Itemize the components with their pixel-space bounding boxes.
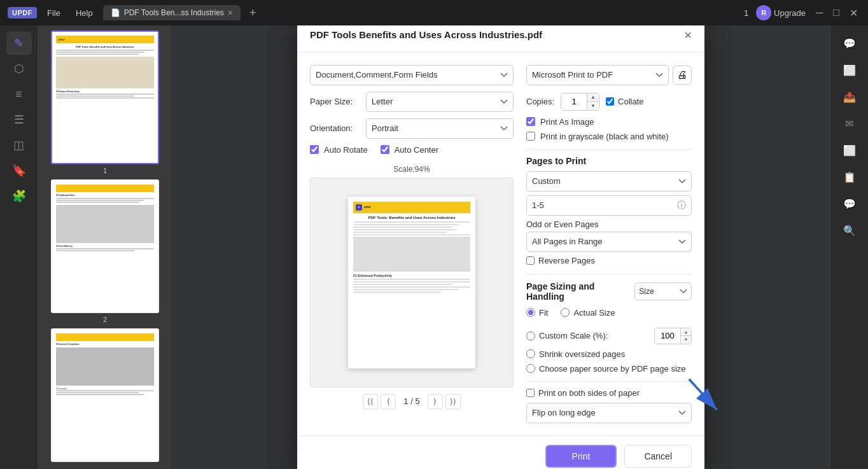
printer-settings-button[interactable]: 🖨	[673, 66, 692, 85]
upgrade-button[interactable]: R Upgrade	[756, 5, 806, 20]
thumb-label-2: 2	[103, 316, 107, 323]
right-icon-mail[interactable]: ✉	[837, 112, 862, 135]
thumbnail-panel: UPDF PDF Tools: Benefits and Uses Across…	[38, 25, 172, 469]
window-controls: ─ □ ✕	[813, 6, 860, 20]
scale-down-arrow[interactable]: ▼	[681, 336, 691, 344]
dialog-title: PDF Tools Benefits and Uses Across Indus…	[310, 29, 542, 40]
upgrade-label: Upgrade	[774, 8, 806, 18]
right-icon-share[interactable]: 📤	[837, 85, 862, 108]
sidebar-icon-shape[interactable]: ⬡	[6, 57, 32, 80]
right-icon-chat[interactable]: 💬	[837, 192, 862, 215]
thumbnail-2[interactable]: 02 Collaborate Better 03 Cost Efficiency…	[43, 179, 167, 323]
print-both-sides-section: Print on both sides of paper Flip on lon…	[526, 388, 692, 432]
flip-select[interactable]: Flip on long edge	[526, 403, 692, 423]
sizing-select[interactable]: Size	[634, 283, 692, 300]
shrink-label: Shrink oversized pages	[539, 349, 625, 359]
collate-label: Collate	[606, 97, 643, 106]
next-page-button[interactable]: ⟩	[428, 394, 443, 409]
shrink-radio[interactable]	[526, 349, 535, 358]
page-info: 1 / 5	[398, 396, 424, 406]
prev-page-button[interactable]: ⟨	[381, 394, 396, 409]
content-type-select[interactable]: Document,Comment,Form Fields	[310, 65, 514, 85]
tab-close-icon[interactable]: ×	[228, 8, 233, 18]
dialog-overlay: PDF Tools Benefits and Uses Across Indus…	[172, 25, 830, 469]
page-range-info-icon[interactable]: ⓘ	[672, 196, 691, 215]
collate-checkbox[interactable]	[606, 97, 614, 106]
cancel-button[interactable]: Cancel	[624, 445, 692, 468]
dialog-right-col: Microsoft Print to PDF 🖨 Copies:	[526, 65, 692, 432]
tab-label: PDF Tools Ben...ss Industries	[124, 8, 224, 17]
sidebar-icon-menu[interactable]: ☰	[6, 108, 32, 131]
sidebar-icon-edit[interactable]: ✎	[6, 32, 32, 55]
pages-select[interactable]: Custom	[526, 171, 692, 192]
minimize-button[interactable]: ─	[813, 6, 825, 20]
reverse-pages-label: Reverse Pages	[538, 256, 595, 265]
first-page-button[interactable]: ⟨⟨	[363, 394, 378, 409]
sidebar-icon-bookmark[interactable]: 🔖	[6, 159, 32, 182]
user-avatar: R	[756, 5, 771, 20]
page-range-row: ⓘ	[526, 195, 692, 216]
content-area: cy lead tos. Byhysicalsses canstoragee e…	[172, 25, 830, 469]
choose-paper-label: Choose paper source by PDF page size	[539, 364, 686, 374]
close-button[interactable]: ✕	[847, 6, 860, 20]
scale-input[interactable]	[655, 328, 680, 344]
paper-size-select[interactable]: Letter	[366, 92, 514, 112]
auto-center-label: Auto Center	[395, 145, 438, 155]
odd-even-label: Odd or Even Pages	[526, 220, 692, 229]
maximize-button[interactable]: □	[830, 6, 842, 20]
scale-label: Scale:94%	[310, 165, 514, 174]
dialog-header: PDF Tools Benefits and Uses Across Indus…	[297, 25, 704, 52]
auto-rotate-checkbox[interactable]	[310, 145, 319, 154]
right-panel: 💬 ⬜ 📤 ✉ ⬜ 📋 💬 🔍	[830, 25, 868, 469]
dialog-footer: Print Cancel	[297, 435, 704, 470]
last-page-button[interactable]: ⟩⟩	[445, 394, 461, 409]
actual-size-radio[interactable]	[561, 308, 570, 317]
print-as-image-checkbox[interactable]	[526, 117, 535, 126]
add-tab-button[interactable]: +	[246, 6, 260, 20]
copies-input[interactable]	[561, 94, 587, 110]
fit-radio[interactable]	[526, 308, 535, 317]
choose-paper-radio[interactable]	[526, 364, 535, 373]
dialog-close-button[interactable]: ×	[684, 29, 692, 41]
app-logo: UPDF	[8, 7, 37, 18]
print-both-sides-checkbox[interactable]	[526, 389, 535, 397]
thumbnail-3[interactable]: 05 Security & Compliance 04 Versatility	[43, 328, 167, 465]
print-button[interactable]: Print	[545, 445, 617, 468]
page-range-input[interactable]	[527, 196, 672, 215]
sidebar-icon-list[interactable]: ≡	[6, 83, 32, 106]
menu-file[interactable]: File	[42, 6, 66, 20]
right-icon-clipboard[interactable]: 📋	[837, 165, 862, 188]
print-as-image-row: Print As Image	[526, 117, 692, 127]
dialog-body: Document,Comment,Form Fields Paper Size:…	[297, 52, 704, 435]
reverse-pages-checkbox[interactable]	[526, 256, 535, 265]
odd-even-select[interactable]: All Pages in Range	[526, 232, 692, 252]
sidebar-icon-plugin[interactable]: 🧩	[6, 185, 32, 207]
right-icon-comment[interactable]: 💬	[837, 32, 862, 55]
paper-size-row: Paper Size: Letter	[310, 92, 514, 112]
reverse-pages-row: Reverse Pages	[526, 256, 692, 265]
menu-help[interactable]: Help	[71, 6, 98, 20]
scale-up-arrow[interactable]: ▲	[681, 328, 691, 337]
printer-select[interactable]: Microsoft Print to PDF	[526, 65, 669, 85]
auto-center-checkbox[interactable]	[381, 145, 389, 154]
actual-size-label: Actual Size	[573, 308, 615, 318]
print-grayscale-checkbox[interactable]	[526, 132, 535, 141]
print-as-image-label: Print As Image	[540, 117, 594, 127]
sidebar-icon-layers[interactable]: ◫	[6, 134, 32, 157]
right-icon-search[interactable]: 🔍	[837, 219, 862, 242]
copies-up-arrow[interactable]: ▲	[587, 94, 599, 102]
right-icon-settings[interactable]: ⬜	[837, 139, 862, 162]
sizing-title: Page Sizing and Handling	[526, 281, 634, 302]
main-layout: ✎ ⬡ ≡ ☰ ◫ 🔖 🧩 UPDF PDF Tools: Benefits a…	[0, 25, 868, 469]
print-both-sides-row: Print on both sides of paper	[526, 388, 692, 398]
custom-scale-radio[interactable]	[526, 332, 535, 340]
preview-page: U UPDF PDF Tools: Benefits and Uses Acro…	[348, 197, 475, 368]
copies-down-arrow[interactable]: ▼	[587, 102, 599, 110]
thumbnail-1[interactable]: UPDF PDF Tools: Benefits and Uses Across…	[43, 31, 167, 174]
active-tab[interactable]: 📄 PDF Tools Ben...ss Industries ×	[103, 5, 241, 20]
shrink-radio-row: Shrink oversized pages	[526, 349, 692, 359]
titlebar-right: 1 R Upgrade ─ □ ✕	[744, 5, 860, 20]
dialog-left-col: Document,Comment,Form Fields Paper Size:…	[310, 65, 514, 432]
orientation-select[interactable]: Portrait	[366, 118, 514, 139]
right-icon-tool[interactable]: ⬜	[837, 59, 862, 81]
